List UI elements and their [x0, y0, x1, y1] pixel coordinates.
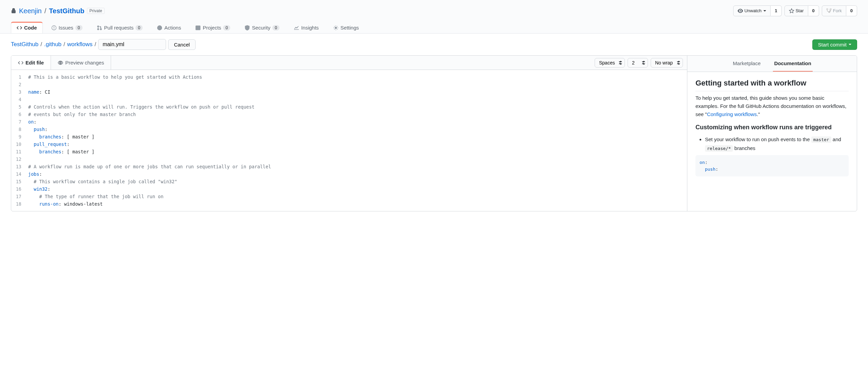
side-panel: Marketplace Documentation Getting starte… [687, 56, 857, 211]
cancel-button[interactable]: Cancel [168, 39, 196, 50]
doc-bullet: Set your workflow to run on push events … [705, 135, 849, 152]
edit-file-tab[interactable]: Edit file [11, 56, 51, 70]
play-icon [157, 25, 162, 31]
configuring-workflows-link[interactable]: Configuring workflows [707, 111, 757, 117]
star-icon [789, 8, 794, 14]
tab-code[interactable]: Code [11, 22, 43, 33]
graph-icon [294, 25, 299, 31]
svg-point-3 [97, 26, 99, 27]
fork-button[interactable]: Fork 0 [822, 5, 857, 16]
repo-owner-link[interactable]: Keenjin [19, 7, 42, 15]
svg-point-4 [97, 29, 99, 30]
start-commit-button[interactable]: Start commit [812, 39, 857, 50]
repo-actions: Unwatch 1 Star 0 Fork 0 [733, 5, 857, 16]
project-icon [195, 25, 201, 31]
code-editor[interactable]: 123456789101112131415161718 # This is a … [11, 70, 687, 211]
svg-rect-2 [54, 26, 54, 28]
tab-insights[interactable]: Insights [288, 22, 325, 33]
doc-intro: To help you get started, this guide show… [695, 94, 849, 118]
tab-pull-requests[interactable]: Pull requests0 [91, 22, 148, 33]
doc-heading: Getting started with a workflow [695, 79, 849, 91]
unwatch-button[interactable]: Unwatch 1 [733, 5, 782, 16]
star-button[interactable]: Star 0 [784, 5, 819, 16]
svg-point-11 [60, 62, 61, 63]
code-lines[interactable]: # This is a basic workflow to help you g… [28, 70, 687, 211]
caret-down-icon [763, 10, 766, 12]
breadcrumb-root[interactable]: TestGithub [11, 41, 38, 48]
pr-icon [97, 25, 102, 31]
svg-point-5 [100, 29, 102, 30]
svg-rect-9 [247, 27, 247, 28]
repo-name-link[interactable]: TestGithub [49, 7, 84, 15]
tab-security[interactable]: Security0 [239, 22, 285, 33]
repo-title: Keenjin / TestGithub Private [11, 7, 105, 15]
breadcrumb-workflows[interactable]: workflows [67, 41, 93, 48]
svg-point-10 [335, 27, 337, 29]
indent-mode-select[interactable]: Spaces [595, 58, 625, 68]
repo-header: Keenjin / TestGithub Private Unwatch 1 S… [0, 0, 868, 34]
doc-code-snippet: on: push: [695, 155, 849, 176]
marketplace-tab[interactable]: Marketplace [731, 56, 762, 72]
gear-icon [333, 25, 339, 31]
issue-icon [51, 25, 57, 31]
svg-point-1 [54, 29, 54, 29]
wrap-mode-select[interactable]: No wrap [651, 58, 683, 68]
eye-icon [738, 8, 743, 14]
caret-down-icon [849, 44, 851, 45]
tab-projects[interactable]: Projects0 [189, 22, 236, 33]
code-icon [17, 25, 22, 31]
visibility-badge: Private [87, 8, 104, 14]
lock-icon [11, 8, 16, 14]
eye-icon [58, 60, 63, 65]
shield-icon [245, 25, 250, 31]
tab-actions[interactable]: Actions [151, 22, 187, 33]
preview-changes-tab[interactable]: Preview changes [51, 56, 111, 70]
breadcrumb: TestGithub / .github / workflows / Cance… [11, 39, 196, 50]
tab-settings[interactable]: Settings [327, 22, 365, 33]
line-numbers: 123456789101112131415161718 [11, 70, 28, 211]
documentation-tab[interactable]: Documentation [773, 56, 813, 72]
breadcrumb-github[interactable]: .github [44, 41, 61, 48]
svg-point-8 [247, 28, 248, 29]
doc-subheading: Customizing when workflow runs are trigg… [695, 124, 849, 131]
repo-nav: Code Issues0 Pull requests0 Actions Proj… [11, 22, 857, 33]
filename-input[interactable] [98, 39, 166, 50]
editor-box: Edit file Preview changes Spaces 2 No wr… [11, 55, 857, 211]
path-separator: / [44, 7, 47, 15]
indent-size-select[interactable]: 2 [628, 58, 648, 68]
code-icon [18, 60, 23, 65]
tab-issues[interactable]: Issues0 [46, 22, 88, 33]
fork-icon [826, 8, 832, 14]
